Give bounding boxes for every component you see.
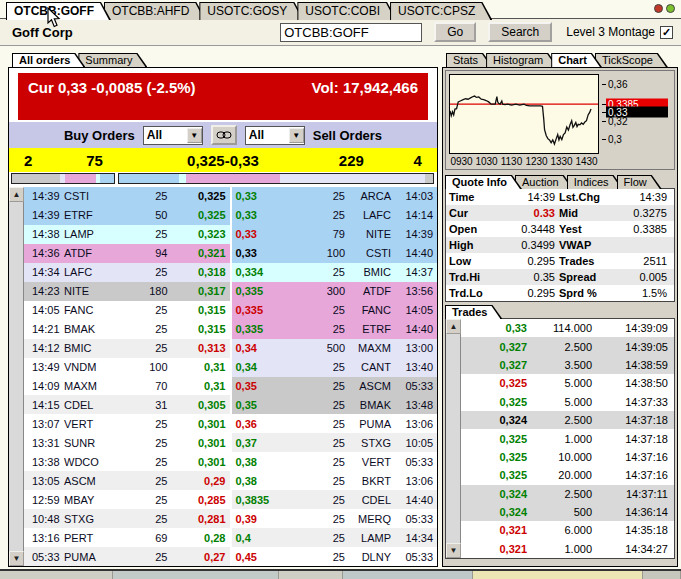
book-row[interactable]: 05:33PUMA250,270,4525DLNY05:33	[24, 547, 437, 566]
tab-usotc-cobi[interactable]: USOTC:COBI	[297, 2, 397, 20]
book-scrollbar[interactable]: ▲ ▼	[9, 187, 24, 566]
book-row[interactable]: 14:39ETRF500,3250,3325LAFC14:14	[24, 206, 437, 225]
book-row[interactable]: 13:49VNDM1000,310,3425CANT13:40	[24, 358, 437, 377]
ask-cell[interactable]: 0,3325LAFC14:14	[232, 206, 438, 225]
tab-all-orders[interactable]: All orders	[12, 53, 85, 67]
tab-auction[interactable]: Auction	[515, 175, 574, 189]
trade-row[interactable]: 0,32520.00014:37:16	[461, 466, 674, 484]
bid-cell[interactable]: 13:07VERT250,301	[24, 414, 230, 433]
bid-cell[interactable]: 13:31SUNR250,301	[24, 433, 230, 452]
symbol-input[interactable]	[280, 23, 422, 42]
bid-cell[interactable]: 05:33PUMA250,27	[24, 547, 230, 566]
book-row[interactable]: 13:07VERT250,3010,3625PUMA13:06	[24, 414, 437, 433]
tab-summary[interactable]: Summary	[78, 53, 147, 67]
bid-cell[interactable]: 14:38LAMP250,323	[24, 225, 230, 244]
bid-cell[interactable]: 14:39CSTI250,325	[24, 187, 230, 206]
book-row[interactable]: 12:59MBAY250,2850,383525CDEL14:40	[24, 490, 437, 509]
ask-cell[interactable]: 0,3825BKRT13:06	[232, 471, 438, 490]
scroll-up-icon[interactable]: ▲	[9, 187, 24, 202]
trade-row[interactable]: 0,3255.00014:37:33	[461, 393, 674, 411]
trade-row[interactable]: 0,3242.50014:37:18	[461, 411, 674, 429]
trade-row[interactable]: 0,32450014:36:14	[461, 503, 674, 521]
bid-cell[interactable]: 14:15CDEL310,305	[24, 395, 230, 414]
ask-cell[interactable]: 0,3525BMAK13:48	[232, 395, 438, 414]
ask-cell[interactable]: 0,425LAMP14:34	[232, 528, 438, 547]
bid-cell[interactable]: 13:05ASCM250,29	[24, 471, 230, 490]
book-row[interactable]: 14:21BMAK250,3150,33525ETRF14:40	[24, 320, 437, 339]
trade-row[interactable]: 0,3211.00014:34:27	[461, 540, 674, 558]
bid-cell[interactable]: 14:05FANC250,315	[24, 301, 230, 320]
book-row[interactable]: 14:39CSTI250,3250,3325ARCA14:03	[24, 187, 437, 206]
ask-cell[interactable]: 0,3325ARCA14:03	[232, 187, 438, 206]
tab-usotc-cpsz[interactable]: USOTC:CPSZ	[390, 2, 492, 20]
ask-cell[interactable]: 0,3379NITE14:39	[232, 225, 438, 244]
ask-cell[interactable]: 0,3725STXG10:05	[232, 433, 438, 452]
ask-cell[interactable]: 0,33100CSTI14:40	[232, 244, 438, 263]
book-row[interactable]: 13:31SUNR250,3010,3725STXG10:05	[24, 433, 437, 452]
bid-cell[interactable]: 13:38WDCO250,301	[24, 452, 230, 471]
book-row[interactable]: 14:09MAXM700,310,3525ASCM05:33	[24, 377, 437, 396]
ask-cell[interactable]: 0,33425BMIC14:37	[232, 263, 438, 282]
ask-cell[interactable]: 0,335300ATDF13:56	[232, 282, 438, 301]
tab-flow[interactable]: Flow	[617, 175, 662, 189]
book-row[interactable]: 14:38LAMP250,3230,3379NITE14:39	[24, 225, 437, 244]
book-row[interactable]: 13:05ASCM250,290,3825BKRT13:06	[24, 471, 437, 490]
bid-cell[interactable]: 14:34LAFC250,318	[24, 263, 230, 282]
scroll-down-icon[interactable]: ▼	[446, 543, 461, 558]
bid-cell[interactable]: 14:23NITE1800,317	[24, 282, 230, 301]
book-row[interactable]: 13:16PERT690,280,425LAMP14:34	[24, 528, 437, 547]
ask-cell[interactable]: 0,3425CANT13:40	[232, 358, 438, 377]
trade-row[interactable]: 0,3251.00014:37:18	[461, 429, 674, 447]
montage-checkbox[interactable]: ✓	[660, 26, 673, 39]
ask-cell[interactable]: 0,3625PUMA13:06	[232, 414, 438, 433]
tab-histogram[interactable]: Histogram	[486, 53, 558, 67]
book-row[interactable]: 13:38WDCO250,3010,3825VERT05:33	[24, 452, 437, 471]
scroll-down-icon[interactable]: ▼	[9, 551, 24, 566]
sell-filter-select[interactable]: All ▼	[245, 126, 305, 145]
scroll-up-icon[interactable]: ▲	[446, 319, 461, 334]
bid-cell[interactable]: 12:59MBAY250,285	[24, 490, 230, 509]
tab-otcbb-ahfd[interactable]: OTCBB:AHFD	[104, 2, 206, 20]
search-button[interactable]: Search	[488, 22, 552, 42]
book-row[interactable]: 14:15CDEL310,3050,3525BMAK13:48	[24, 395, 437, 414]
trade-row[interactable]: 0,3273.50014:38:59	[461, 356, 674, 374]
trade-row[interactable]: 0,3255.00014:38:50	[461, 374, 674, 392]
go-button[interactable]: Go	[434, 22, 476, 42]
tab-chart[interactable]: Chart	[551, 53, 602, 67]
bid-cell[interactable]: 13:49VNDM1000,31	[24, 358, 230, 377]
trade-row[interactable]: 0,3242.50014:37:11	[461, 485, 674, 503]
ask-cell[interactable]: 0,3825VERT05:33	[232, 452, 438, 471]
book-row[interactable]: 14:36ATDF940,3210,33100CSTI14:40	[24, 244, 437, 263]
ask-cell[interactable]: 0,33525ETRF14:40	[232, 320, 438, 339]
tab-quote-info[interactable]: Quote Info	[445, 175, 522, 189]
chevron-down-icon[interactable]: ▼	[187, 128, 202, 143]
link-filters-button[interactable]	[211, 125, 237, 145]
ask-cell[interactable]: 0,383525CDEL14:40	[232, 490, 438, 509]
ask-cell[interactable]: 0,34500MAXM13:00	[232, 339, 438, 358]
trade-row[interactable]: 0,3272.50014:39:05	[461, 337, 674, 355]
bid-cell[interactable]: 14:36ATDF940,321	[24, 244, 230, 263]
tab-trades[interactable]: Trades	[445, 305, 502, 319]
buy-filter-select[interactable]: All ▼	[143, 126, 203, 145]
ask-cell[interactable]: 0,4525DLNY05:33	[232, 547, 438, 566]
tab-usotc-gosy[interactable]: USOTC:GOSY	[199, 2, 304, 20]
tab-indices[interactable]: Indices	[567, 175, 624, 189]
bid-cell[interactable]: 10:48STXG250,281	[24, 509, 230, 528]
chevron-down-icon[interactable]: ▼	[289, 128, 304, 143]
trade-row[interactable]: 0,32510.00014:37:16	[461, 448, 674, 466]
book-row[interactable]: 14:23NITE1800,3170,335300ATDF13:56	[24, 282, 437, 301]
bid-cell[interactable]: 14:09MAXM700,31	[24, 377, 230, 396]
bid-cell[interactable]: 14:12BMIC250,313	[24, 339, 230, 358]
tab-tickscope[interactable]: TickScope	[595, 53, 668, 67]
bid-cell[interactable]: 14:21BMAK250,315	[24, 320, 230, 339]
book-row[interactable]: 10:48STXG250,2810,3925MERQ05:33	[24, 509, 437, 528]
trade-row[interactable]: 0,33114.00014:39:09	[461, 319, 674, 337]
ask-cell[interactable]: 0,3925MERQ05:33	[232, 509, 438, 528]
trades-scrollbar[interactable]: ▲ ▼	[446, 319, 461, 558]
book-row[interactable]: 14:12BMIC250,3130,34500MAXM13:00	[24, 339, 437, 358]
book-row[interactable]: 14:34LAFC250,3180,33425BMIC14:37	[24, 263, 437, 282]
bid-cell[interactable]: 13:16PERT690,28	[24, 528, 230, 547]
trade-row[interactable]: 0,3216.00014:35:18	[461, 521, 674, 539]
bid-cell[interactable]: 14:39ETRF500,325	[24, 206, 230, 225]
ask-cell[interactable]: 0,33525FANC14:05	[232, 301, 438, 320]
